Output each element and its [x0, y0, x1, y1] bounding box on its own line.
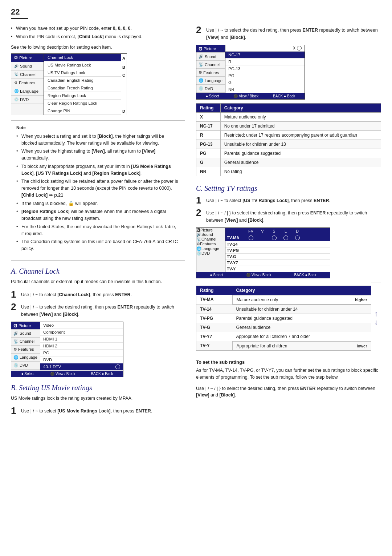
table-row: TV-PG Parental guidance suggested	[196, 314, 371, 323]
section-a-step2: 2 Use | / ~ to select the desired rating…	[11, 302, 185, 318]
section-b-heading: B. Setting US Movie ratings	[11, 384, 185, 392]
sub-ratings-title: To set the sub ratings	[196, 359, 381, 365]
table-row: X Mature audience only	[196, 113, 381, 122]
tr-dvd: 💿DVD	[196, 251, 225, 256]
section-c-step1: 1 Use | / ~ to select [US TV Ratings Loc…	[196, 196, 381, 205]
menu-sidebar-features: ⚙ Features	[11, 79, 44, 87]
tr-features: ⚙Features	[196, 242, 225, 246]
menu-cdn-french: Canadian French Rating	[44, 84, 121, 92]
note-item-1: When you select a rating and set it to […	[16, 133, 180, 147]
tv-rating-table: Rating Category TV-MA Mature audience on…	[196, 286, 371, 351]
page-number: 22	[11, 7, 28, 19]
channel-lock-screen: 🖼Picture 🔊Sound 📡Channel ⚙Features 🌐Lang…	[11, 322, 123, 377]
note-item-5: If the rating is blocked, 🔒 will appear.	[16, 200, 180, 207]
note-item-2: When you set the highest rating to [View…	[16, 148, 180, 162]
menu-channel-lock: Channel Lock	[44, 54, 121, 61]
menu-region-lock: Region Ratings Lock	[44, 92, 121, 100]
table-row: PG-13 Unsuitable for children under 13	[196, 140, 381, 149]
note-item-6: [Region Ratings Lock] will be available …	[16, 208, 180, 222]
intro-bullet-2: When the PIN code is correct, [Child Loc…	[11, 33, 185, 40]
table-row: PG Parental guidance suggested	[196, 149, 381, 158]
note-box: Note When you select a rating and set it…	[11, 120, 185, 261]
section-c-step2: 2 Use | / ~ / | } to select the desired …	[196, 208, 381, 224]
menu-us-movie: US Movie Ratings Lock	[44, 61, 121, 69]
movie-rating-table: Rating Category X Mature audience only N…	[196, 103, 381, 176]
tv-ratings-screen: 🖼Picture 🔊Sound 📡Channel ⚙Features 🌐Lang…	[196, 227, 330, 278]
sub-ratings-desc: As for TV-MA, TV-14, TV-PG, or TV-Y7, yo…	[196, 367, 381, 381]
menu-change-pin: Change PIN	[44, 107, 121, 115]
intro-bullet-1: When you have not set up your PIN code, …	[11, 25, 185, 32]
menu-sidebar-picture: 🖼 Picture	[11, 54, 44, 62]
table-row: NC-17 No one under 17 admitted	[196, 122, 381, 131]
table-row: G General audience	[196, 158, 381, 167]
note-item-4: The child lock setting will be retained …	[16, 178, 180, 198]
section-b-step2-right: 2 Use | / ~ to select the desired rating…	[196, 25, 381, 41]
tr-picture: 🖼Picture	[196, 228, 225, 232]
table-row: TV-14 Unsuitable for children under 14	[196, 305, 371, 314]
menu-clear-region: Clear Region Ratings Lock	[44, 100, 121, 107]
section-a-heading: A. Channel Lock	[11, 267, 185, 275]
table-row: TV-MA Mature audience only higher	[196, 295, 371, 305]
table-row: TV-Y7 Appropriate for all children 7 and…	[196, 332, 371, 341]
section-a-step1: 1 Use | / ~ to select [Channel Lock], th…	[11, 290, 185, 299]
section-c-heading: C. Setting TV ratings	[196, 184, 381, 193]
menu-sidebar-dvd: 💿 DVD	[11, 96, 44, 104]
intro-desc: See the following description for settin…	[11, 45, 185, 50]
note-title: Note	[16, 124, 180, 131]
menu-sidebar-sound: 🔊 Sound	[11, 62, 44, 70]
note-item-3: To block any inappropriate programs, set…	[16, 163, 180, 177]
menu-sidebar-channel: 📡 Channel	[11, 70, 44, 79]
us-movie-screen: 🖼Picture 🔊Sound 📡Channel ⚙Features 🌐Lang…	[196, 45, 305, 100]
menu-cdn-english: Canadian English Rating	[44, 77, 121, 84]
table-row: NR No rating	[196, 167, 381, 176]
menu-diagram: 🖼 Picture 🔊 Sound 📡 Channel ⚙ Features	[11, 53, 185, 115]
table-row: TV-G General audience	[196, 323, 371, 332]
menu-sidebar-language: 🌐 Language	[11, 87, 44, 96]
tr-channel: 📡Channel	[196, 237, 225, 242]
category-col-header: Category	[220, 104, 381, 113]
note-item-8: The Canadian rating systems on this unit…	[16, 238, 180, 252]
sub-ratings-step: Use | / ~ / | } to select the desired ra…	[196, 385, 381, 399]
section-b-step1: 1 Use | / ~ to select [US Movie Ratings …	[11, 406, 185, 415]
section-a-desc: Particular channels or external input mo…	[11, 278, 185, 285]
intro-bullets: When you have not set up your PIN code, …	[11, 25, 185, 40]
section-b-desc: US Movie ratings lock is the rating syst…	[11, 395, 185, 402]
menu-us-tv: US TV Ratings Lock	[44, 69, 121, 77]
table-row: R Restricted; under 17 requires accompan…	[196, 131, 381, 140]
note-item-7: For the United States, the unit may down…	[16, 223, 180, 237]
tr-language: 🌐Language	[196, 246, 225, 251]
tv-rating-table-wrap: Rating Category TV-MA Mature audience on…	[196, 282, 381, 355]
tr-sound: 🔊Sound	[196, 232, 225, 237]
rating-col-header: Rating	[196, 104, 221, 113]
table-row: TV-Y Appropriate for all children lower	[196, 341, 371, 351]
